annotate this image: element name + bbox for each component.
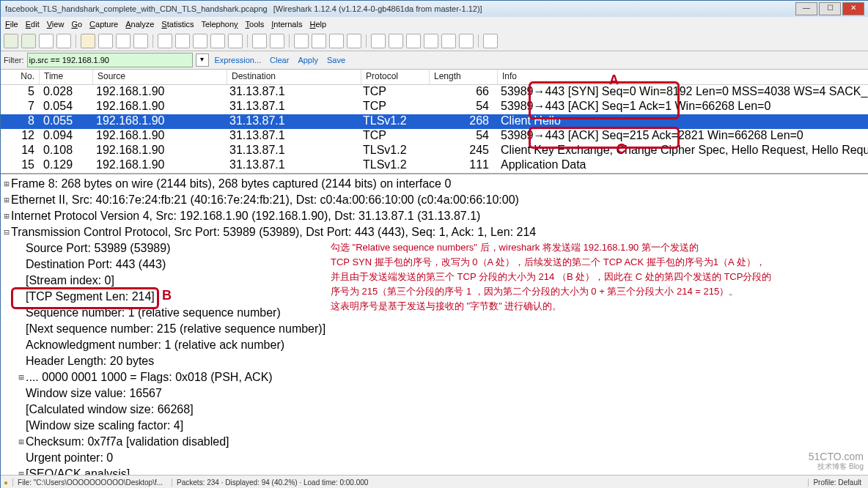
menubar: File Edit View Go Capture Analyze Statis… (1, 17, 868, 32)
status-profile: Profile: Default (808, 478, 866, 487)
tcp-field: Acknowledgment number: 1 (relative ack n… (1, 337, 868, 353)
tcp-field: Sequence number: 1 (relative sequence nu… (1, 305, 868, 321)
watermark: 51CTO.com 技术博客 Blog (809, 451, 864, 472)
menu-file[interactable]: File (5, 20, 18, 29)
packet-row[interactable]: 50.028192.168.1.9031.13.87.1TCP6653989→4… (1, 85, 868, 100)
title-file: facebook_TLS_handshark_complete_with_CDN… (5, 4, 268, 13)
packet-row[interactable]: 150.129192.168.1.9031.13.87.1TLSv1.2111A… (1, 158, 868, 173)
toolbar-icon[interactable] (252, 34, 267, 48)
toolbar-icon[interactable] (98, 34, 113, 48)
packet-details[interactable]: ⊞Frame 8: 268 bytes on wire (2144 bits),… (1, 173, 868, 475)
filterbar: Filter: ▾ Expression... Clear Apply Save (1, 51, 868, 70)
titlebar: facebook_TLS_handshark_complete_with_CDN… (1, 1, 868, 17)
toolbar-icon[interactable] (270, 34, 284, 48)
close-button[interactable]: ✕ (842, 2, 864, 15)
toolbar-icon[interactable] (371, 34, 386, 48)
toolbar-icon[interactable] (158, 34, 172, 48)
tcp-field: [Calculated window size: 66268] (1, 402, 868, 418)
tcp-field: Header Length: 20 bytes (1, 353, 868, 369)
toolbar-icon[interactable] (424, 34, 438, 48)
apply-link[interactable]: Apply (298, 56, 318, 64)
toolbar-icon[interactable] (329, 34, 344, 48)
tcp-field: Window size value: 16567 (1, 385, 868, 402)
tcp-field: [Next sequence number: 215 (relative seq… (1, 321, 868, 337)
col-source[interactable]: Source (93, 70, 227, 84)
toolbar-icon[interactable] (4, 34, 18, 48)
toolbar-icon[interactable] (210, 34, 225, 48)
menu-view[interactable]: View (47, 20, 65, 29)
expand-icon[interactable]: ⊞ (2, 208, 11, 224)
expression-link[interactable]: Expression... (215, 56, 262, 64)
tcp-field: ⊞Checksum: 0x7f7a [validation disabled] (1, 434, 868, 450)
col-length[interactable]: Length (430, 70, 498, 84)
packet-row[interactable]: 70.054192.168.1.9031.13.87.1TCP5453989→4… (1, 100, 868, 114)
collapse-icon[interactable]: ⊟ (2, 224, 11, 240)
tcp-field: Destination Port: 443 (443) (1, 256, 868, 273)
expand-icon[interactable]: ⊞ (2, 192, 11, 208)
toolbar-icon[interactable] (81, 34, 95, 48)
save-link[interactable]: Save (327, 56, 345, 64)
col-no[interactable]: No. (1, 70, 40, 84)
filter-input[interactable] (27, 53, 193, 67)
toolbar (1, 32, 868, 51)
toolbar-icon[interactable] (228, 34, 243, 48)
toolbar-icon[interactable] (389, 34, 403, 48)
col-info[interactable]: Info (498, 70, 868, 84)
toolbar-icon[interactable] (294, 34, 309, 48)
packet-row[interactable]: 80.055192.168.1.9031.13.87.1TLSv1.2268Cl… (1, 114, 868, 129)
maximize-button[interactable]: ☐ (819, 2, 841, 15)
detail-eth: Ethernet II, Src: 40:16:7e:24:fb:21 (40:… (11, 192, 519, 208)
toolbar-icon[interactable] (39, 34, 54, 48)
toolbar-icon[interactable] (175, 34, 190, 48)
expand-icon[interactable]: ⊞ (2, 176, 11, 192)
menu-statistics[interactable]: Statistics (161, 20, 194, 29)
tcp-field: [TCP Segment Len: 214] (1, 289, 868, 305)
packet-header: No. Time Source Destination Protocol Len… (1, 70, 868, 85)
menu-telephony[interactable]: Telephony (201, 20, 238, 29)
menu-capture[interactable]: Capture (89, 20, 118, 29)
tcp-field: [Window size scaling factor: 4] (1, 418, 868, 434)
toolbar-icon[interactable] (347, 34, 361, 48)
packet-list[interactable]: No. Time Source Destination Protocol Len… (1, 70, 868, 173)
toolbar-icon[interactable] (459, 34, 474, 48)
clear-link[interactable]: Clear (270, 56, 289, 64)
col-time[interactable]: Time (40, 70, 93, 84)
packet-row[interactable]: 140.108192.168.1.9031.13.87.1TLSv1.2245C… (1, 144, 868, 158)
detail-ip: Internet Protocol Version 4, Src: 192.16… (11, 208, 480, 224)
toolbar-icon[interactable] (406, 34, 421, 48)
menu-internals[interactable]: Internals (271, 20, 302, 29)
toolbar-icon[interactable] (133, 34, 148, 48)
menu-analyze[interactable]: Analyze (125, 20, 154, 29)
status-ready-icon: ● (4, 478, 8, 487)
menu-edit[interactable]: Edit (26, 20, 40, 29)
menu-go[interactable]: Go (71, 20, 82, 29)
status-file: File: "C:\Users\OOOOOOOOOO\Desktop\f... (12, 478, 167, 487)
tcp-field: Source Port: 53989 (53989) (1, 240, 868, 256)
toolbar-icon[interactable] (21, 34, 36, 48)
filter-label: Filter: (4, 56, 24, 64)
col-protocol[interactable]: Protocol (361, 70, 430, 84)
toolbar-icon[interactable] (116, 34, 130, 48)
tcp-field: [Stream index: 0] (1, 273, 868, 289)
toolbar-icon[interactable] (312, 34, 326, 48)
tcp-field: Urgent pointer: 0 (1, 450, 868, 466)
toolbar-icon[interactable] (56, 34, 71, 48)
status-packets: Packets: 234 · Displayed: 94 (40.2%) · L… (172, 478, 372, 487)
toolbar-icon[interactable] (441, 34, 456, 48)
toolbar-icon[interactable] (483, 34, 498, 48)
packet-row[interactable]: 120.094192.168.1.9031.13.87.1TCP5453989→… (1, 129, 868, 144)
menu-help[interactable]: Help (309, 20, 326, 29)
minimize-button[interactable]: — (795, 2, 817, 15)
tcp-field: ⊞.... 0000 0001 1000 = Flags: 0x018 (PSH… (1, 369, 868, 385)
detail-frame: Frame 8: 268 bytes on wire (2144 bits), … (11, 176, 451, 192)
toolbar-icon[interactable] (193, 34, 207, 48)
filter-dropdown-icon[interactable]: ▾ (196, 53, 209, 67)
detail-tcp: Transmission Control Protocol, Src Port:… (11, 224, 536, 240)
col-destination[interactable]: Destination (227, 70, 361, 84)
statusbar: ● File: "C:\Users\OOOOOOOOOO\Desktop\f..… (1, 475, 868, 488)
tcp-field: ⊞[SEQ/ACK analysis] (1, 466, 868, 475)
title-app: [Wireshark 1.12.4 (v1.12.4-0-gb4861da fr… (273, 4, 482, 13)
menu-tools[interactable]: Tools (246, 20, 265, 29)
